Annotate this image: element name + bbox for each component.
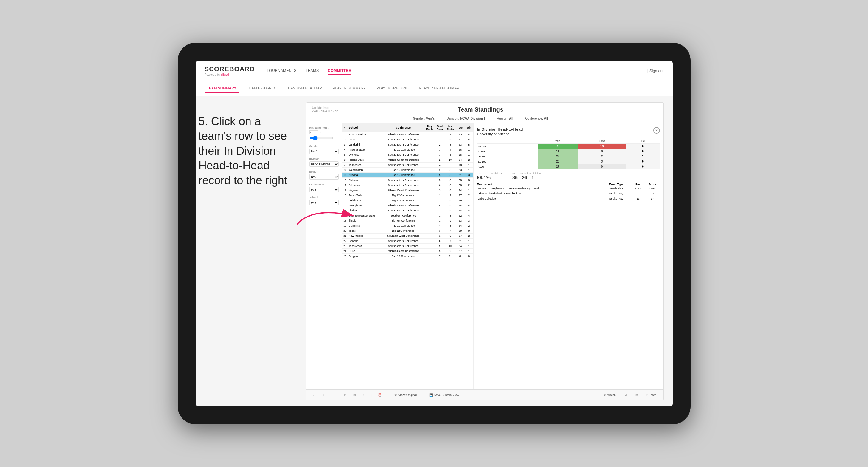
view-original-button[interactable]: 👁 View: Original [392, 393, 419, 398]
sub-team-h2h-grid[interactable]: TEAM H2H GRID [245, 85, 277, 93]
tournament-score: -17 [645, 191, 659, 196]
monitor-button[interactable]: 🖥 [622, 393, 629, 398]
cut-button[interactable]: ✂ [361, 393, 368, 398]
cell-rank: 9 [342, 173, 348, 178]
tournament-type: Stroke Play [601, 191, 631, 196]
tournament-row: Arizona Thunderbirds Intercollegiate Str… [477, 191, 660, 196]
cell-conf-rank: 6 [435, 183, 445, 188]
logo-brand: clippd [221, 73, 229, 76]
table-row[interactable]: 5 Ole Miss Southeastern Conference 3 6 1… [342, 152, 473, 157]
wlt-block: W-L-T record in-division: 86 - 26 - 1 [512, 172, 541, 180]
sub-team-h2h-heatmap[interactable]: TEAM H2H HEATMAP [283, 85, 324, 93]
tournament-score: 2-3-0 [645, 186, 659, 191]
table-row[interactable]: 8 Washington Pac-12 Conference 2 8 23 1 [342, 167, 473, 173]
toolbar-sep-4: | [423, 393, 424, 397]
sub-player-summary[interactable]: PLAYER SUMMARY [330, 85, 368, 93]
table-row[interactable]: 4 Arizona State Pac-12 Conference 3 4 26… [342, 147, 473, 152]
table-row[interactable]: 17 East Tennessee State Southern Confere… [342, 213, 473, 218]
gender-select[interactable]: Men's [309, 149, 339, 154]
table-row[interactable]: 10 Alabama Southeastern Conference 5 8 2… [342, 178, 473, 183]
eye-icon: 👁 [603, 393, 607, 397]
save-custom-button[interactable]: 💾 Save Custom View [427, 393, 461, 398]
cell-school: Texas [348, 228, 382, 234]
region-filter-group: Region N/A [309, 170, 339, 180]
cell-win: 4 [465, 203, 473, 208]
clock-button[interactable]: ⏰ [376, 393, 384, 398]
cell-conference: Mountain West Conference [382, 234, 424, 239]
sub-nav: TEAM SUMMARY TEAM H2H GRID TEAM H2H HEAT… [196, 82, 673, 96]
table-row[interactable]: 18 Illinois Big Ten Conference 1 9 23 3 [342, 218, 473, 223]
standings-table: # School Conference RegRank ConfRank NoR… [342, 123, 473, 259]
cell-conf-rank: 8 [435, 239, 445, 244]
table-row[interactable]: 16 Florida Southeastern Conference 7 9 2… [342, 208, 473, 213]
cell-conference: Pac-12 Conference [382, 223, 424, 228]
table-row[interactable]: 13 Texas Tech Big 12 Conference 1 9 27 2 [342, 193, 473, 198]
cell-conference: Big 12 Conference [382, 198, 424, 203]
table-row[interactable]: 15 Georgia Tech Atlantic Coast Conferenc… [342, 203, 473, 208]
cell-tour: 24 [456, 157, 465, 162]
cell-school: Alabama [348, 178, 382, 183]
table-row[interactable]: 1 North Carolina Atlantic Coast Conferen… [342, 132, 473, 137]
cell-reg-rank [424, 254, 435, 259]
back-button[interactable]: ‹ [320, 393, 326, 398]
table-row[interactable]: 21 New Mexico Mountain West Conference 1… [342, 234, 473, 239]
table-row[interactable]: 2 Auburn Southeastern Conference 1 9 27 … [342, 137, 473, 142]
nav-committee[interactable]: COMMITTEE [328, 67, 351, 75]
table-row[interactable]: 23 Texas A&M Southeastern Conference 9 1… [342, 244, 473, 249]
cell-school: Georgia [348, 239, 382, 244]
nav-teams[interactable]: TEAMS [306, 67, 319, 75]
cell-no-rnds: 8 [445, 188, 455, 193]
table-row[interactable]: 9 Arizona Pac-12 Conference 5 8 21 3 [342, 173, 473, 178]
division-filter-label: Division: NCAA Division I [447, 117, 485, 120]
cell-conf-rank: 5 [435, 249, 445, 254]
h2h-close-button[interactable]: ✕ [653, 127, 660, 134]
tournament-name: Cabo Collegiate [477, 196, 601, 201]
table-row[interactable]: 20 Texas Big 12 Conference 3 7 20 0 [342, 228, 473, 234]
undo-button[interactable]: ↩ [311, 393, 318, 398]
cell-rank: 3 [342, 142, 348, 147]
table-row[interactable]: 7 Tennessee Southeastern Conference 4 6 … [342, 162, 473, 167]
conference-select[interactable]: (All) [309, 187, 339, 192]
cell-no-rnds: 7 [445, 239, 455, 244]
table-row[interactable]: 6 Florida State Atlantic Coast Conferenc… [342, 157, 473, 162]
gender-filter-label-sidebar: Gender [309, 145, 339, 148]
share-button[interactable]: ⤴ Share [644, 393, 659, 398]
paste-button[interactable]: ⊞ [351, 393, 358, 398]
table-row[interactable]: 14 Oklahoma Big 12 Conference 2 8 26 2 [342, 198, 473, 203]
nav-tournaments[interactable]: TOURNAMENTS [267, 67, 297, 75]
table-row[interactable]: 19 California Pac-12 Conference 4 8 24 2 [342, 223, 473, 228]
h2h-tbody: Top 10 3 13 0 11-25 11 8 0 26-50 25 2 1 … [477, 144, 660, 169]
table-row[interactable]: 3 Vanderbilt Southeastern Conference 2 8… [342, 142, 473, 147]
h2h-section: In Division Head-to-Head University of A… [473, 123, 663, 390]
sub-player-h2h-grid[interactable]: PLAYER H2H GRID [374, 85, 411, 93]
table-row[interactable]: 24 Duke Atlantic Coast Conference 5 9 27… [342, 249, 473, 254]
division-select[interactable]: NCAA Division I [309, 161, 339, 167]
copy-button[interactable]: ⎘ [342, 393, 348, 398]
min-rounds-slider[interactable] [309, 136, 333, 141]
sign-out-link[interactable]: | Sign out [647, 69, 664, 73]
layout-button[interactable]: ⊞ [633, 393, 640, 398]
sub-team-summary[interactable]: TEAM SUMMARY [205, 85, 239, 93]
h2h-cell-win: 3 [538, 144, 578, 149]
sub-player-h2h-heatmap[interactable]: PLAYER H2H HEATMAP [417, 85, 462, 93]
cell-no-rnds: 9 [445, 193, 455, 198]
cell-reg-rank [424, 152, 435, 157]
watch-button[interactable]: 👁 Watch [601, 393, 618, 398]
cell-rank: 22 [342, 239, 348, 244]
table-row[interactable]: 25 Oregon Pac-12 Conference 7 21 0 0 [342, 254, 473, 259]
table-row[interactable]: 22 Georgia Southeastern Conference 8 7 2… [342, 239, 473, 244]
cell-no-rnds: 9 [445, 234, 455, 239]
cell-conference: Atlantic Coast Conference [382, 157, 424, 162]
tournament-row: Cabo Collegiate Stroke Play 11 17 [477, 196, 660, 201]
region-select[interactable]: N/A [309, 174, 339, 180]
min-rounds-input[interactable] [309, 130, 318, 134]
table-row[interactable]: 12 Virginia Atlantic Coast Conference 3 … [342, 188, 473, 193]
cell-reg-rank [424, 198, 435, 203]
view-icon: 👁 [395, 393, 398, 397]
h2h-cell-win: 25 [538, 154, 578, 159]
table-row[interactable]: 11 Arkansas Southeastern Conference 6 8 … [342, 183, 473, 188]
instruction-annotation: 5. Click on a team's row to see their In… [198, 114, 294, 188]
min-rounds-max: 20 [319, 131, 322, 134]
forward-button[interactable]: › [328, 393, 334, 398]
cell-rank: 7 [342, 162, 348, 167]
